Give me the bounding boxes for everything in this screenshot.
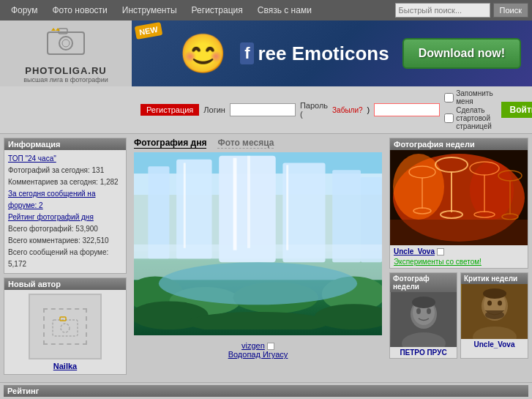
svg-rect-30 bbox=[286, 165, 288, 250]
nav-contact[interactable]: Связь с нами bbox=[250, 5, 319, 15]
svg-point-53 bbox=[416, 308, 421, 314]
remember-me-checkbox[interactable] bbox=[444, 93, 454, 102]
remember-section: Запомнить меня Сделать стартовой страниц… bbox=[444, 89, 492, 130]
camera-icon bbox=[44, 23, 88, 60]
rating-bar: Рейтинг Топ недели Топ по оценкам Топ зо… bbox=[0, 382, 532, 399]
total-forum-messages: Всего сообщений на форуме: 5,172 bbox=[8, 248, 108, 268]
total-photos: Всего фотографий: 53,900 bbox=[8, 225, 98, 233]
week-photo-title: Фотография недели bbox=[390, 138, 528, 150]
new-author-content: Nailka bbox=[4, 290, 126, 374]
week-photo-image bbox=[390, 150, 528, 245]
logo-section: PHOTOLIGA.RU высшая лига в фотографии bbox=[0, 20, 132, 86]
critic-photo bbox=[461, 284, 528, 339]
banner-new-badge: NEW bbox=[135, 22, 162, 40]
svg-point-7 bbox=[61, 324, 70, 332]
photos-today: Фотографий за сегодня: 131 bbox=[8, 166, 104, 174]
critic-image bbox=[462, 284, 528, 339]
photo-title-link[interactable]: Водопад Игуасу bbox=[228, 350, 288, 359]
left-sidebar: Информация ТОП "24 часа" Фотографий за с… bbox=[0, 134, 130, 382]
svg-point-51 bbox=[412, 297, 435, 308]
nav-forum[interactable]: Форум bbox=[4, 5, 45, 15]
photo-author-link[interactable]: vizgen bbox=[241, 341, 265, 350]
top-24-link[interactable]: ТОП "24 часа" bbox=[8, 153, 122, 165]
svg-rect-47 bbox=[390, 220, 528, 245]
photographer-section: Фотограф недели bbox=[389, 272, 457, 359]
photographer-title: Фотограф недели bbox=[390, 273, 457, 292]
banner-content[interactable]: NEW 😊 f ree Emoticons Download now! bbox=[132, 20, 532, 86]
svg-rect-27 bbox=[184, 163, 186, 248]
banner-emoji: 😊 bbox=[179, 31, 227, 76]
right-sidebar: Фотография недели bbox=[386, 134, 532, 382]
author-name[interactable]: Nailka bbox=[53, 362, 77, 370]
photographer-critic-row: Фотограф недели bbox=[389, 272, 528, 359]
svg-point-1 bbox=[59, 37, 72, 50]
search-input[interactable] bbox=[395, 3, 490, 18]
tab-photo-day[interactable]: Фотография дня bbox=[134, 138, 206, 149]
svg-rect-13 bbox=[176, 160, 211, 259]
password-label: Пароль ( bbox=[300, 101, 328, 119]
svg-rect-6 bbox=[53, 320, 78, 336]
svg-point-33 bbox=[393, 154, 444, 220]
critic-section: Критик недели bbox=[460, 272, 528, 359]
nav-tools[interactable]: Инструменты bbox=[115, 5, 184, 15]
svg-point-34 bbox=[470, 161, 514, 220]
photo-rating-link[interactable]: Рейтинг фотографий дня bbox=[8, 212, 122, 223]
glasses-image bbox=[390, 150, 528, 245]
main-layout: Информация ТОП "24 часа" Фотографий за с… bbox=[0, 134, 532, 382]
info-section: Информация ТОП "24 часа" Фотографий за с… bbox=[4, 138, 127, 274]
pwd-end: ) bbox=[367, 105, 370, 114]
main-photo bbox=[134, 152, 382, 335]
forgot-password-link[interactable]: Забыли? bbox=[332, 106, 363, 114]
author-photo-placeholder bbox=[43, 308, 87, 345]
forum-messages-link[interactable]: За сегодня сообщений на форуме: 2 bbox=[8, 188, 122, 212]
svg-point-58 bbox=[483, 288, 506, 299]
critic-title: Критик недели bbox=[461, 273, 528, 284]
site-name: PHOTOLIGA.RU bbox=[25, 65, 106, 76]
nav-photo-news[interactable]: Фото новости bbox=[45, 5, 114, 15]
nav-bar: Форум Фото новости Инструменты Регистрац… bbox=[0, 0, 532, 20]
nav-register[interactable]: Регистрация bbox=[184, 5, 250, 15]
login-input[interactable] bbox=[230, 103, 296, 116]
svg-point-2 bbox=[62, 40, 70, 47]
svg-point-61 bbox=[487, 301, 492, 306]
new-author-section: Новый автор Nailka bbox=[4, 277, 127, 375]
new-author-title: Новый автор bbox=[4, 278, 126, 290]
login-bar: Регистрация Логин Пароль (Забыли?) Запом… bbox=[0, 86, 532, 134]
tab-photo-month[interactable]: Фото месяца bbox=[217, 138, 274, 149]
site-tagline: высшая лига в фотографии bbox=[23, 76, 108, 83]
password-input[interactable] bbox=[374, 103, 440, 116]
register-button[interactable]: Регистрация bbox=[141, 104, 199, 116]
comments-today: Комментариев за сегодня: 1,282 bbox=[8, 178, 119, 186]
svg-rect-8 bbox=[60, 317, 66, 321]
week-photo-section: Фотография недели bbox=[389, 138, 528, 269]
week-author-checkbox[interactable] bbox=[437, 248, 444, 256]
facebook-icon: f bbox=[240, 42, 254, 64]
banner-title: ree Emoticons bbox=[258, 42, 389, 65]
banner-area: PHOTOLIGA.RU высшая лига в фотографии NE… bbox=[0, 20, 532, 86]
photo-tabs: Фотография дня Фото месяца bbox=[134, 138, 382, 149]
photographer-image bbox=[391, 292, 457, 347]
svg-marker-4 bbox=[51, 28, 56, 31]
set-homepage-label: Сделать стартовой страницей bbox=[456, 106, 492, 130]
week-photo-author[interactable]: Uncle_Vova bbox=[394, 247, 435, 256]
center-content: Фотография дня Фото месяца bbox=[130, 134, 386, 382]
banner-fb-section: f ree Emoticons bbox=[240, 42, 389, 65]
waterfall-image bbox=[134, 152, 382, 329]
search-box: Поиск bbox=[395, 3, 528, 18]
camera-placeholder-icon bbox=[50, 314, 80, 340]
info-content: ТОП "24 часа" Фотографий за сегодня: 131… bbox=[4, 150, 126, 273]
download-button[interactable]: Download now! bbox=[402, 38, 521, 69]
photographer-photo bbox=[390, 292, 457, 347]
set-homepage-checkbox[interactable] bbox=[444, 113, 454, 123]
week-photo-desc[interactable]: Эксперименты со светом! bbox=[390, 258, 528, 268]
svg-rect-29 bbox=[247, 156, 250, 248]
author-checkbox[interactable] bbox=[267, 343, 274, 350]
photographer-name[interactable]: ПЕТРО ПРУС bbox=[390, 347, 457, 358]
svg-rect-28 bbox=[233, 158, 237, 250]
critic-name[interactable]: Uncle_Vova bbox=[461, 339, 528, 350]
search-button[interactable]: Поиск bbox=[493, 3, 528, 18]
login-button[interactable]: Войти bbox=[501, 102, 532, 118]
svg-point-54 bbox=[427, 308, 431, 314]
week-photo-credit: Uncle_Vova bbox=[390, 245, 528, 258]
svg-rect-0 bbox=[48, 32, 84, 54]
